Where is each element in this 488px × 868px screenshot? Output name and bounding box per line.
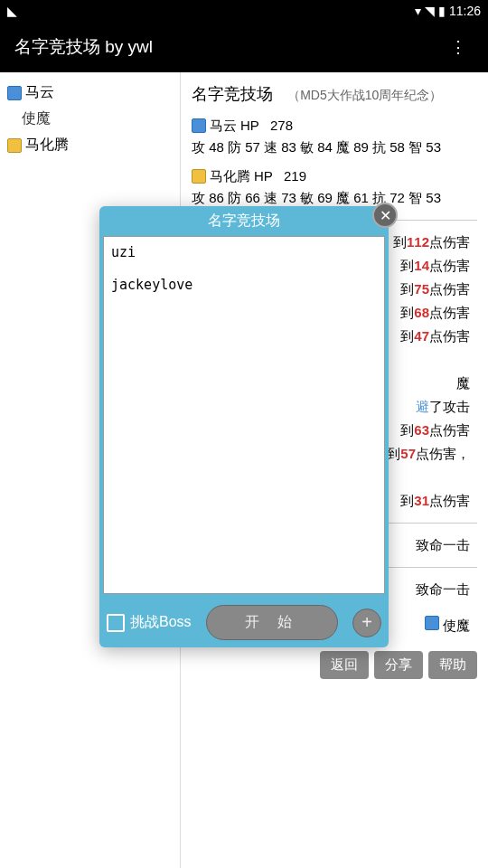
fighter-yellow-icon [7,138,22,153]
page-title-row: 名字竞技场 （MD5大作战10周年纪念） [192,81,477,108]
modal-title: 名字竞技场 [103,212,385,231]
clock: 11:26 [449,4,481,18]
fighter-blue-icon [425,616,439,630]
back-button[interactable]: 返回 [320,651,369,679]
sidebar-item-label: 马云 [25,83,54,102]
sidebar-item-fighter2[interactable]: 马化腾 [0,132,180,158]
wifi-icon: ▾ [415,4,421,18]
fighter-blue-icon [7,86,22,100]
arena-title: 名字竞技场 [192,85,273,103]
sidebar-item-label: 使魔 [22,109,51,128]
names-textarea[interactable] [103,236,385,594]
add-button[interactable]: + [352,609,381,637]
arena-subtitle: （MD5大作战10周年纪念） [287,88,442,102]
status-bar: ◣ ▾ ◥ ▮ 11:26 [0,0,488,22]
signal-icon: ◥ [425,4,435,18]
sidebar-item-familiar[interactable]: 使魔 [0,106,180,132]
fighter2-header: 马化腾 HP 219 [192,165,477,187]
plus-icon: + [361,612,372,633]
fighter-blue-icon [192,118,206,133]
notification-icon: ◣ [7,4,17,18]
checkbox-icon [107,614,125,632]
battery-icon: ▮ [438,4,446,18]
help-button[interactable]: 帮助 [428,651,477,679]
fighter1-header: 马云 HP 278 [192,115,477,137]
sidebar-item-label: 马化腾 [25,136,69,155]
challenge-boss-checkbox[interactable]: 挑战Boss [107,613,192,632]
fighter-yellow-icon [192,169,206,184]
fighter1-stats: 攻 48 防 57 速 83 敏 84 魔 89 抗 58 智 53 [192,137,477,158]
overflow-menu-icon[interactable]: ⋮ [443,30,474,64]
sidebar-item-fighter1[interactable]: 马云 [0,80,180,106]
start-button[interactable]: 开 始 [206,605,338,640]
checkbox-label: 挑战Boss [130,613,192,632]
close-button[interactable]: ✕ [372,203,398,228]
name-input-modal: 名字竞技场 ✕ 挑战Boss 开 始 + [99,206,389,647]
app-title: 名字竞技场 by ywl [14,35,153,59]
app-bar: 名字竞技场 by ywl ⋮ [0,22,488,72]
share-button[interactable]: 分享 [374,651,423,679]
close-icon: ✕ [380,207,391,224]
